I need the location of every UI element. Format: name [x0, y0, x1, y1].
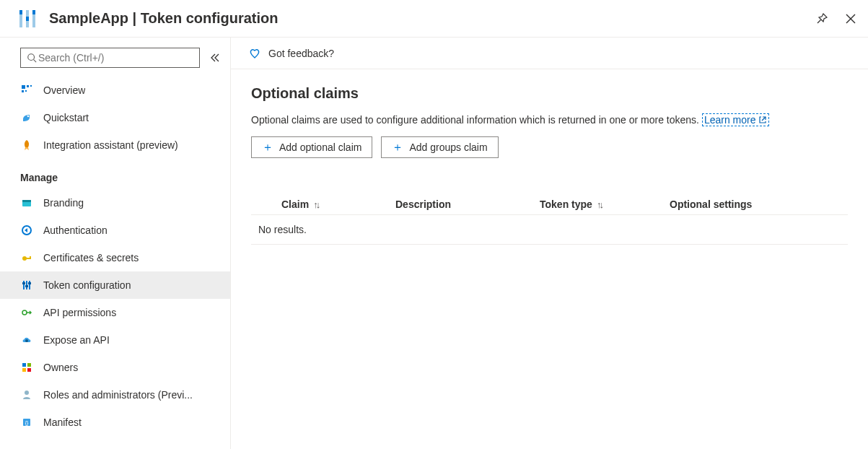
- no-results-text: No results.: [258, 224, 307, 235]
- external-link-icon: [758, 115, 767, 124]
- auth-icon: [20, 224, 33, 237]
- owners-icon: [20, 361, 33, 374]
- sidebar-item-expose-api[interactable]: Expose an API: [0, 326, 230, 354]
- expose-api-icon: [20, 334, 33, 346]
- table-body: No results.: [251, 215, 848, 245]
- table-header: Claim ↑↓ Description Token type ↑↓ Optio…: [251, 194, 848, 215]
- sidebar-item-label: Manifest: [43, 417, 82, 428]
- sidebar-item-label: Quickstart: [43, 112, 89, 123]
- column-label: Optional settings: [670, 199, 752, 210]
- plus-icon: ＋: [262, 140, 273, 155]
- svg-rect-33: [22, 368, 26, 372]
- sidebar-item-api-permissions[interactable]: API permissions: [0, 299, 230, 326]
- page-title: SampleApp | Token configuration: [49, 10, 813, 27]
- collapse-sidebar-button[interactable]: [207, 50, 223, 66]
- svg-rect-15: [25, 90, 27, 92]
- api-permissions-icon: [20, 306, 33, 319]
- page-header: SampleApp | Token configuration: [0, 0, 868, 38]
- branding-icon: [20, 196, 33, 209]
- sidebar-item-overview[interactable]: Overview: [0, 77, 230, 104]
- sidebar-item-quickstart[interactable]: Quickstart: [0, 104, 230, 131]
- column-label: Description: [395, 199, 451, 210]
- column-header-claim[interactable]: Claim ↑↓: [251, 199, 395, 210]
- svg-line-38: [762, 117, 766, 121]
- roles-icon: [20, 388, 33, 401]
- section-description-row: Optional claims are used to configure ad…: [251, 113, 848, 126]
- column-header-description[interactable]: Description: [395, 199, 540, 210]
- svg-rect-32: [27, 363, 31, 367]
- sidebar-item-branding[interactable]: Branding: [0, 189, 230, 217]
- column-label: Token type: [540, 199, 592, 210]
- sidebar-item-label: Overview: [43, 84, 85, 96]
- search-icon: [27, 53, 37, 63]
- svg-rect-13: [30, 85, 32, 87]
- sidebar-item-owners[interactable]: Owners: [0, 354, 230, 381]
- sidebar-item-certificates[interactable]: Certificates & secrets: [0, 244, 230, 271]
- sidebar-item-label: API permissions: [43, 307, 116, 318]
- column-header-optional-settings[interactable]: Optional settings: [670, 199, 848, 210]
- main-content: Got feedback? Optional claims Optional c…: [231, 38, 868, 449]
- sidebar-item-label: Roles and administrators (Previ...: [43, 389, 193, 401]
- svg-rect-26: [22, 282, 25, 284]
- pin-button[interactable]: [813, 10, 830, 27]
- sidebar-item-label: Branding: [43, 197, 84, 209]
- svg-point-35: [25, 391, 29, 395]
- claims-table: Claim ↑↓ Description Token type ↑↓ Optio…: [251, 194, 848, 245]
- sliders-icon: [20, 279, 33, 292]
- column-header-token-type[interactable]: Token type ↑↓: [540, 199, 670, 210]
- add-groups-claim-button[interactable]: ＋ Add groups claim: [381, 136, 498, 158]
- sidebar-item-label: Owners: [43, 362, 78, 373]
- svg-point-9: [28, 54, 35, 61]
- rocket-icon: [20, 139, 33, 152]
- svg-point-30: [25, 339, 28, 342]
- svg-rect-34: [27, 368, 31, 372]
- header-actions: [813, 10, 859, 27]
- svg-rect-18: [22, 200, 31, 202]
- quickstart-icon: [20, 111, 33, 124]
- search-input[interactable]: [37, 51, 193, 64]
- svg-rect-3: [26, 17, 29, 21]
- button-label: Add optional claim: [279, 141, 361, 153]
- sidebar-item-authentication[interactable]: Authentication: [0, 217, 230, 244]
- svg-rect-28: [28, 282, 31, 284]
- svg-rect-27: [25, 285, 28, 287]
- feedback-label: Got feedback?: [268, 48, 334, 59]
- sort-icon: ↑↓: [313, 199, 318, 210]
- button-label: Add groups claim: [409, 141, 487, 153]
- app-icon: [14, 6, 40, 32]
- sidebar-section-manage: Manage: [0, 159, 230, 189]
- section-description: Optional claims are used to configure ad…: [251, 114, 699, 126]
- manifest-icon: {}: [20, 416, 33, 429]
- heart-icon: [248, 47, 261, 60]
- sidebar-item-label: Expose an API: [43, 334, 110, 346]
- sidebar-item-label: Integration assistant (preview): [43, 139, 178, 151]
- body: Overview Quickstart Integration assistan…: [0, 38, 868, 449]
- svg-rect-22: [30, 256, 31, 258]
- search-row: [0, 48, 230, 77]
- svg-line-10: [34, 60, 37, 63]
- sidebar-item-integration-assistant[interactable]: Integration assistant (preview): [0, 131, 230, 159]
- overview-icon: [20, 84, 33, 97]
- svg-rect-23: [23, 281, 25, 289]
- sort-icon: ↑↓: [597, 199, 602, 210]
- svg-rect-21: [26, 258, 31, 259]
- content: Optional claims Optional claims are used…: [231, 69, 868, 261]
- learn-more-link[interactable]: Learn more: [702, 113, 770, 126]
- sidebar-item-label: Token configuration: [43, 279, 131, 291]
- svg-point-16: [27, 115, 30, 118]
- sidebar-item-token-configuration[interactable]: Token configuration: [0, 271, 230, 299]
- svg-rect-14: [22, 90, 24, 92]
- add-optional-claim-button[interactable]: ＋ Add optional claim: [251, 136, 372, 158]
- key-icon: [20, 251, 33, 264]
- search-box[interactable]: [20, 48, 200, 68]
- svg-rect-31: [22, 363, 26, 367]
- svg-rect-25: [29, 281, 30, 289]
- sidebar-item-manifest[interactable]: {} Manifest: [0, 409, 230, 436]
- svg-line-6: [817, 19, 821, 23]
- close-button[interactable]: [842, 10, 859, 27]
- sidebar: Overview Quickstart Integration assistan…: [0, 38, 231, 449]
- sidebar-item-roles[interactable]: Roles and administrators (Previ...: [0, 381, 230, 409]
- sidebar-item-label: Authentication: [43, 224, 108, 236]
- svg-rect-1: [19, 10, 22, 14]
- feedback-bar[interactable]: Got feedback?: [231, 38, 868, 69]
